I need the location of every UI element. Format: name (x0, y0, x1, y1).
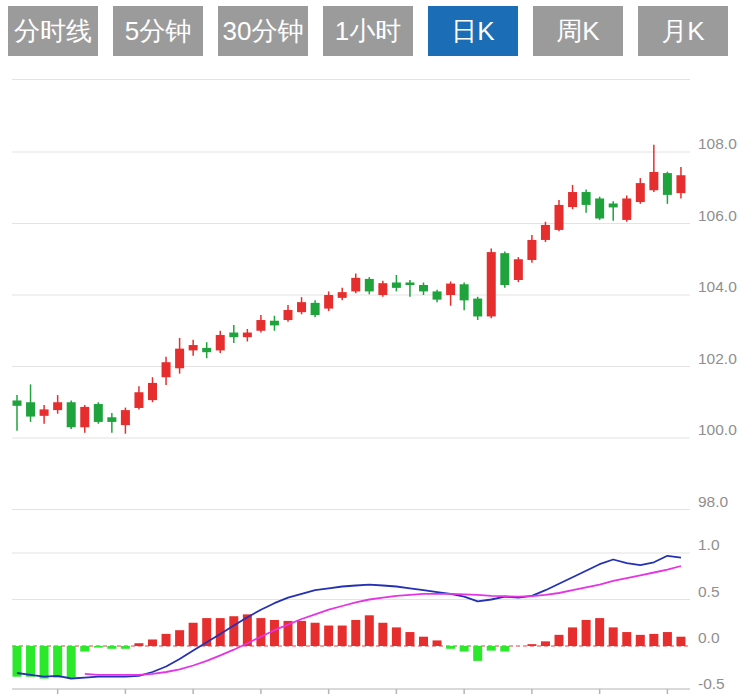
macd-histogram-bar (568, 627, 577, 646)
macd-histogram-bar (229, 616, 238, 646)
macd-histogram-bar (351, 620, 360, 646)
macd-histogram-bar (338, 626, 347, 646)
candle-body-down (26, 402, 35, 416)
macd-histogram-bar (392, 627, 401, 646)
candle-body-up (175, 349, 184, 369)
chart-area: 108.0106.0104.0102.0100.098.01.00.50.0-0… (0, 0, 755, 694)
candle-body-down (582, 192, 591, 205)
candle-body-down (663, 173, 672, 195)
candle-body-down (13, 400, 22, 405)
candle-body-up (446, 284, 455, 295)
macd-histogram-bar (636, 635, 645, 646)
macd-histogram-bar (473, 646, 482, 661)
candle-body-up (378, 283, 387, 295)
candle-body-up (134, 392, 143, 408)
macd-histogram-bar (53, 646, 62, 678)
candle-body-up (487, 252, 496, 316)
candle-body-up (324, 295, 333, 309)
macd-axis-label--0.5: -0.5 (698, 675, 725, 692)
candle-body-up (256, 320, 265, 331)
macd-histogram-bar (40, 646, 49, 679)
macd-histogram-bar (663, 632, 672, 646)
price-axis-label-108.0: 108.0 (698, 135, 737, 152)
candle-body-down (433, 291, 442, 299)
macd-histogram-bar (487, 646, 496, 651)
macd-histogram-bar (582, 620, 591, 646)
macd-histogram-bar (541, 641, 550, 646)
kline-chart-app: 108.0106.0104.0102.0100.098.01.00.50.0-0… (0, 0, 755, 694)
macd-histogram-bar (107, 646, 116, 649)
tab-period-6[interactable]: 月K (638, 6, 728, 56)
macd-histogram-bar (175, 630, 184, 646)
macd-histogram-bar (405, 632, 414, 646)
macd-histogram-bar (433, 640, 442, 646)
candle-body-up (162, 362, 171, 377)
macd-histogram-bar (324, 626, 333, 646)
candle-body-up (636, 183, 645, 202)
macd-histogram-bar (595, 618, 604, 646)
candle-body-up (284, 310, 293, 320)
candle-body-up (40, 409, 49, 415)
candle-body-down (229, 333, 238, 338)
macd-histogram-bar (162, 634, 171, 646)
macd-histogram-bar (378, 623, 387, 646)
macd-histogram-bar (67, 646, 76, 678)
macd-histogram-bar (189, 623, 198, 646)
macd-histogram-bar (94, 646, 103, 648)
candle-body-down (107, 417, 116, 422)
candle-body-up (216, 335, 225, 350)
candle-body-up (351, 278, 360, 292)
macd-histogram-bar (134, 643, 143, 646)
candle-body-up (555, 205, 564, 230)
macd-histogram-bar (80, 646, 89, 652)
candle-body-up (53, 402, 62, 410)
candle-body-up (338, 292, 347, 298)
macd-dea-line (85, 566, 681, 675)
candle-body-down (67, 402, 76, 427)
tab-period-2[interactable]: 30分钟 (218, 6, 308, 56)
candle-body-up (243, 333, 252, 338)
candle-body-down (311, 303, 320, 315)
macd-histogram-bar (148, 639, 157, 646)
candle-body-down (419, 285, 428, 291)
price-axis-label-98.0: 98.0 (698, 493, 729, 510)
candle-body-up (80, 407, 89, 427)
macd-histogram-bar (26, 646, 35, 677)
macd-histogram-bar (460, 646, 469, 652)
macd-histogram-bar (555, 635, 564, 646)
macd-histogram-bar (121, 646, 130, 649)
tab-period-3[interactable]: 1小时 (323, 6, 413, 56)
macd-histogram-bar (311, 623, 320, 646)
candle-body-up (527, 240, 536, 260)
macd-histogram-bar (365, 615, 374, 646)
candle-body-down (202, 348, 211, 352)
macd-histogram-bar (622, 632, 631, 646)
candle-body-up (189, 345, 198, 350)
macd-histogram-bar (297, 621, 306, 646)
period-tab-bar: 分时线5分钟30分钟1小时日K周K月K (8, 6, 728, 56)
candle-body-up (622, 198, 631, 219)
macd-histogram-bar (676, 637, 685, 646)
candle-body-up (676, 175, 685, 193)
macd-dif-line (17, 556, 681, 679)
candle-body-down (473, 299, 482, 317)
candle-body-down (365, 279, 374, 292)
candle-body-up (121, 410, 130, 425)
candle-body-up (568, 192, 577, 207)
tab-period-1[interactable]: 5分钟 (113, 6, 203, 56)
price-axis-label-104.0: 104.0 (698, 278, 737, 295)
macd-histogram-bar (256, 618, 265, 646)
candle-body-up (541, 225, 550, 240)
macd-histogram-bar (446, 646, 455, 649)
tab-period-5[interactable]: 周K (533, 6, 623, 56)
macd-histogram-bar (13, 646, 22, 677)
tab-period-0[interactable]: 分时线 (8, 6, 98, 56)
price-axis-label-100.0: 100.0 (698, 421, 737, 438)
macd-histogram-bar (609, 627, 618, 646)
macd-histogram-bar (419, 637, 428, 646)
candle-body-down (595, 198, 604, 218)
macd-histogram-bar (270, 620, 279, 646)
macd-histogram-bar (527, 644, 536, 646)
tab-period-4-active[interactable]: 日K (428, 6, 518, 56)
candle-body-down (500, 253, 509, 285)
